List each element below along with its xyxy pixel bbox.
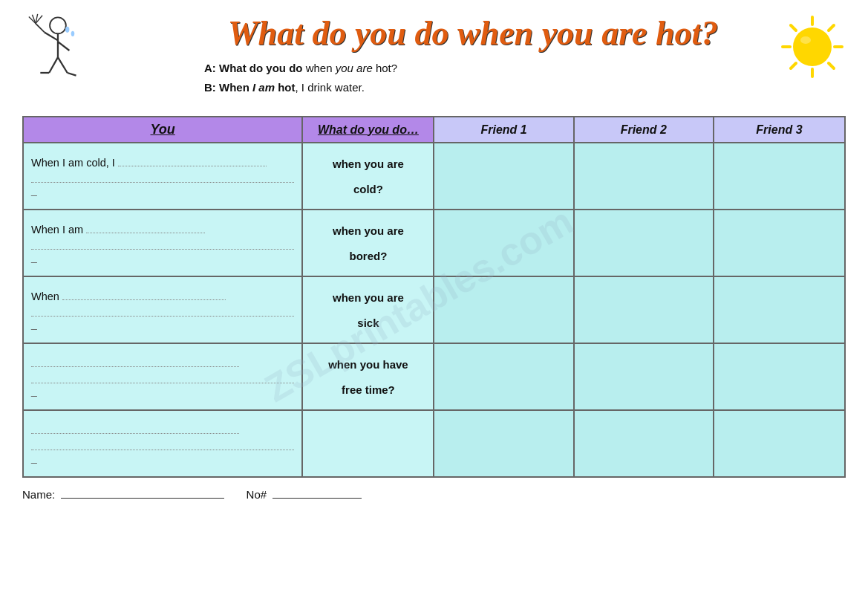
no-input-line	[273, 498, 362, 499]
svg-line-23	[791, 63, 796, 68]
main-title: What do you do when you are hot?	[100, 13, 846, 53]
header-friend3: Friend 3	[714, 117, 845, 143]
svg-line-20	[791, 25, 796, 30]
table-row: When _ when you aresick	[23, 276, 845, 343]
table-row: _ when you havefree time?	[23, 343, 845, 410]
friend3-cell-blank	[714, 410, 845, 477]
what-cell-sick: when you aresick	[302, 276, 434, 343]
friend2-cell-cold	[574, 143, 714, 210]
friend2-cell-sick	[574, 276, 714, 343]
what-cell-blank	[302, 410, 434, 477]
header-friend2: Friend 2	[574, 117, 714, 143]
header-what: What do you do…	[302, 117, 434, 143]
svg-line-22	[829, 25, 834, 30]
svg-point-15	[793, 27, 832, 66]
example-text: A: What do you do when you are hot? B: W…	[204, 59, 846, 97]
you-cell-bored: When I am _	[23, 210, 302, 276]
what-cell-bored: when you arebored?	[302, 210, 434, 276]
svg-line-21	[829, 63, 834, 68]
table-row: When I am _ when you arebored?	[23, 210, 845, 276]
table-row: _	[23, 410, 845, 477]
header-you: You	[23, 117, 302, 143]
svg-point-14	[71, 31, 75, 36]
no-label: No#	[247, 488, 267, 501]
what-cell-cold: when you arecold?	[302, 143, 434, 210]
svg-line-8	[58, 42, 69, 51]
svg-point-0	[50, 17, 66, 33]
friend3-cell-bored	[714, 210, 845, 276]
friend3-cell-sick	[714, 276, 845, 343]
you-cell-cold: When I am cold, I _	[23, 143, 302, 210]
friend3-cell-cold	[714, 143, 845, 210]
friend2-cell-bored	[574, 210, 714, 276]
svg-line-11	[58, 57, 68, 73]
you-cell-freetime: _	[23, 343, 302, 410]
what-cell-freetime: when you havefree time?	[302, 343, 434, 410]
friend2-cell-blank	[574, 410, 714, 477]
friend1-cell-cold	[434, 143, 573, 210]
header-friend1: Friend 1	[434, 117, 573, 143]
you-cell-sick: When _	[23, 276, 302, 343]
worksheet-table: You What do you do… Friend 1 Friend 2 Fr…	[22, 116, 846, 478]
svg-line-9	[49, 57, 58, 73]
table-row: When I am cold, I _ when you arecold?	[23, 143, 845, 210]
friend1-cell-bored	[434, 210, 573, 276]
footer: Name: No#	[22, 488, 846, 501]
sun-icon	[779, 13, 846, 80]
svg-line-12	[68, 73, 76, 76]
svg-point-13	[65, 27, 69, 33]
friend1-cell-blank	[434, 410, 573, 477]
friend1-cell-freetime	[434, 343, 573, 410]
name-input-line	[61, 498, 224, 499]
you-cell-blank: _	[23, 410, 302, 477]
friend3-cell-freetime	[714, 343, 845, 410]
friend1-cell-sick	[434, 276, 573, 343]
svg-point-24	[800, 36, 811, 44]
svg-line-3	[36, 24, 45, 33]
person-figure	[22, 13, 93, 88]
friend2-cell-freetime	[574, 343, 714, 410]
name-label: Name:	[22, 488, 55, 501]
